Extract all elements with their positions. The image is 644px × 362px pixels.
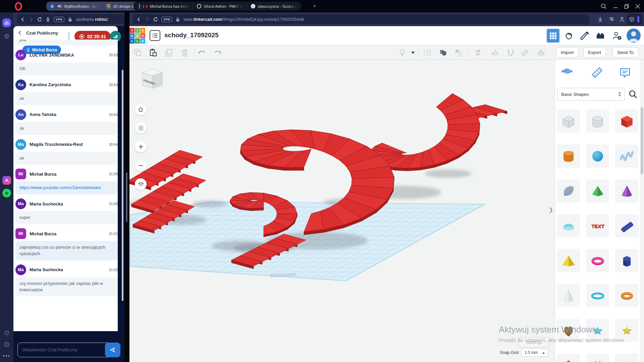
chat-message-list[interactable]: jestLuLUCYNA JANOWSKA20:53OKKaKarolina Z…: [15, 40, 118, 331]
tab-5[interactable]: Gplaszczyzna - Szukaj w Go: [247, 2, 301, 11]
shape-polygon[interactable]: [615, 249, 638, 272]
history-clock-icon[interactable]: [2, 340, 11, 349]
shape-box[interactable]: [615, 110, 638, 133]
fit-view-button[interactable]: [135, 122, 147, 134]
right-address-field[interactable]: VPN www.tinkercad.com/things/1RAnbdQ4Jyg…: [133, 14, 589, 24]
align-icon[interactable]: [474, 48, 483, 57]
vpn-badge[interactable]: VPN: [161, 17, 172, 22]
vpn-badge[interactable]: VPN: [54, 17, 64, 22]
tinkercad-3d-viewport[interactable]: Millimeter FRONT ❯ Settings Snap Grid 1.…: [129, 60, 555, 362]
shape-cone[interactable]: [615, 179, 638, 202]
tab-audio-icon[interactable]: [57, 4, 62, 9]
snap-grid-dropdown[interactable]: 1.0 mm: [521, 349, 548, 357]
reload-icon[interactable]: [37, 17, 42, 22]
shape-cylinder[interactable]: [557, 144, 580, 168]
spotify-icon[interactable]: [2, 189, 11, 197]
bookmarks-star-icon[interactable]: [2, 32, 11, 41]
view-home-button[interactable]: [135, 104, 147, 115]
copy-icon[interactable]: [133, 48, 142, 57]
shape-torus-thin[interactable]: [586, 284, 609, 307]
export-button[interactable]: Export: [583, 47, 606, 58]
redo-icon[interactable]: [213, 48, 222, 57]
home-speed-dial-icon[interactable]: [2, 18, 11, 27]
minecraft-pickaxe-icon[interactable]: [579, 31, 589, 41]
back-icon[interactable]: [17, 30, 23, 36]
message-link[interactable]: https://www.youtube.com/c/Zamodelowani: [19, 185, 101, 190]
ruler-helper-icon[interactable]: [591, 66, 603, 79]
tab-3[interactable]: Michał Burza has invited y: [133, 2, 193, 11]
sidebar-panel-toggle-icon[interactable]: [637, 16, 639, 22]
sim-glove-icon[interactable]: [564, 31, 574, 41]
shape-paraboloid[interactable]: [557, 179, 580, 202]
mirror-flip-icon[interactable]: [490, 48, 499, 57]
ruler-tool-icon[interactable]: [521, 48, 529, 57]
perspective-toggle-button[interactable]: [135, 178, 147, 190]
tab-1[interactable]: bBigBlueButton - Gra: [46, 2, 102, 11]
canvas-settings-button[interactable]: Settings: [519, 337, 549, 347]
panel-scrollbar-track[interactable]: [640, 60, 644, 362]
download-icon[interactable]: [597, 16, 603, 22]
send-to-button[interactable]: Send To: [612, 47, 638, 58]
shape-diamond[interactable]: [557, 354, 580, 362]
minimize-icon[interactable]: [612, 3, 619, 10]
shape-wedge[interactable]: [615, 214, 638, 237]
new-tab-button[interactable]: +: [311, 3, 318, 9]
shape-tube-2[interactable]: [615, 354, 638, 362]
extension-cube-icon[interactable]: [629, 16, 635, 22]
shape-tube-ring[interactable]: [615, 284, 638, 307]
shape-torus[interactable]: [586, 249, 609, 272]
back-icon[interactable]: [136, 17, 142, 22]
aria-ai-icon[interactable]: [2, 176, 11, 185]
forward-icon[interactable]: [29, 17, 34, 22]
panel-scrollbar-thumb[interactable]: [641, 107, 643, 174]
select-all-icon[interactable]: [423, 48, 432, 57]
sidebar-more-icon[interactable]: •••: [2, 352, 11, 360]
reload-icon[interactable]: [153, 17, 158, 22]
settings-sliders-icon[interactable]: [608, 16, 615, 22]
group-icon[interactable]: [439, 48, 447, 57]
dashboard-grid-button[interactable]: [547, 29, 559, 43]
brick-icon[interactable]: [595, 31, 605, 41]
close-window-icon[interactable]: [634, 3, 641, 10]
show-all-lightbulb-icon[interactable]: [398, 48, 407, 57]
search-icon[interactable]: [600, 3, 607, 10]
invite-person-icon[interactable]: [612, 31, 622, 41]
restore-window-icon[interactable]: [623, 3, 630, 10]
chat-options-kebab-icon[interactable]: ⋮: [115, 32, 118, 34]
left-address-field[interactable]: VPN spotkania.robisz:: [17, 14, 125, 24]
shape-text[interactable]: TEXTTEXT: [586, 214, 609, 237]
shape-heart-2[interactable]: [586, 354, 609, 362]
import-button[interactable]: Import: [556, 47, 578, 58]
wishlist-heart-icon[interactable]: [2, 328, 11, 337]
workplane-tool-icon[interactable]: [537, 48, 545, 57]
workplane-helper-icon[interactable]: [561, 66, 573, 79]
notes-helper-icon[interactable]: [619, 66, 631, 79]
microphone-icon[interactable]: [45, 17, 51, 22]
shape-half-sphere[interactable]: [557, 214, 580, 237]
ungroup-icon[interactable]: [454, 48, 463, 57]
zoom-out-button[interactable]: [135, 160, 147, 171]
zoom-in-button[interactable]: [135, 141, 147, 153]
shape-star[interactable]: [586, 319, 609, 342]
panel-collapse-chevron-icon[interactable]: ❯: [549, 206, 553, 213]
paste-icon[interactable]: [149, 48, 157, 57]
snap-magnet-icon[interactable]: [506, 48, 515, 57]
lightbulb-dropdown-caret-icon[interactable]: [411, 48, 415, 57]
shape-cone-soft[interactable]: [557, 284, 580, 307]
shape-heart[interactable]: [557, 319, 580, 342]
forward-icon[interactable]: [145, 17, 150, 22]
opera-logo-icon[interactable]: [15, 2, 22, 11]
shape-pyramid[interactable]: [557, 249, 580, 272]
view-cube[interactable]: FRONT: [140, 66, 165, 91]
design-menu-button[interactable]: [150, 30, 160, 41]
shape-roof[interactable]: [586, 179, 609, 202]
shape-scribble[interactable]: [615, 144, 638, 168]
shape-search-icon[interactable]: [628, 89, 638, 99]
design-title[interactable]: schody_17092025: [164, 32, 219, 39]
tab-4[interactable]: Ghost Admin - PAKT dla K: [193, 2, 247, 11]
delete-icon[interactable]: [180, 48, 189, 57]
back-icon[interactable]: [20, 17, 25, 22]
left-window-scrollbar[interactable]: [126, 172, 127, 222]
shape-star-yellow[interactable]: [615, 319, 638, 342]
duplicate-icon[interactable]: [165, 48, 173, 57]
